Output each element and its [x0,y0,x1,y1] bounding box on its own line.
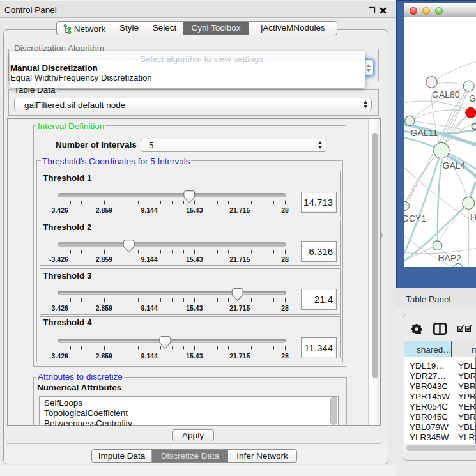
svg-text:21.715: 21.715 [229,352,250,359]
svg-text:H: H [470,212,476,222]
svg-text:2.859: 2.859 [96,206,112,214]
svg-text:15.43: 15.43 [186,256,203,263]
svg-text:GCY1: GCY1 [404,213,426,224]
svg-text:21.715: 21.715 [229,256,250,263]
svg-text:9.144: 9.144 [141,352,157,359]
svg-text:GAL11: GAL11 [411,128,438,138]
svg-text:2.859: 2.859 [96,303,112,311]
svg-text:2.859: 2.859 [96,256,112,263]
svg-text:GAL4: GAL4 [443,160,466,171]
svg-text:HAP2: HAP2 [438,253,462,263]
svg-text:-3.426: -3.426 [49,206,68,214]
svg-text:C: C [471,121,476,132]
svg-text:15.43: 15.43 [186,206,203,214]
svg-text:21.715: 21.715 [229,303,250,311]
svg-text:28: 28 [281,352,289,359]
svg-text:28: 28 [281,256,289,263]
svg-text:15.43: 15.43 [186,352,203,359]
svg-text:-3.426: -3.426 [49,352,68,359]
svg-text:-3.426: -3.426 [49,256,68,263]
svg-text:9.144: 9.144 [141,206,157,214]
svg-text:-3.426: -3.426 [49,303,68,311]
svg-text:28: 28 [281,206,289,214]
svg-text:28: 28 [281,303,289,311]
svg-text:G.: G. [469,93,476,104]
svg-text:15.43: 15.43 [186,303,203,311]
svg-text:2.859: 2.859 [96,352,112,359]
svg-text:GAL80: GAL80 [432,89,460,100]
svg-text:21.715: 21.715 [229,206,250,214]
svg-text:9.144: 9.144 [141,303,157,311]
svg-text:9.144: 9.144 [141,256,157,263]
